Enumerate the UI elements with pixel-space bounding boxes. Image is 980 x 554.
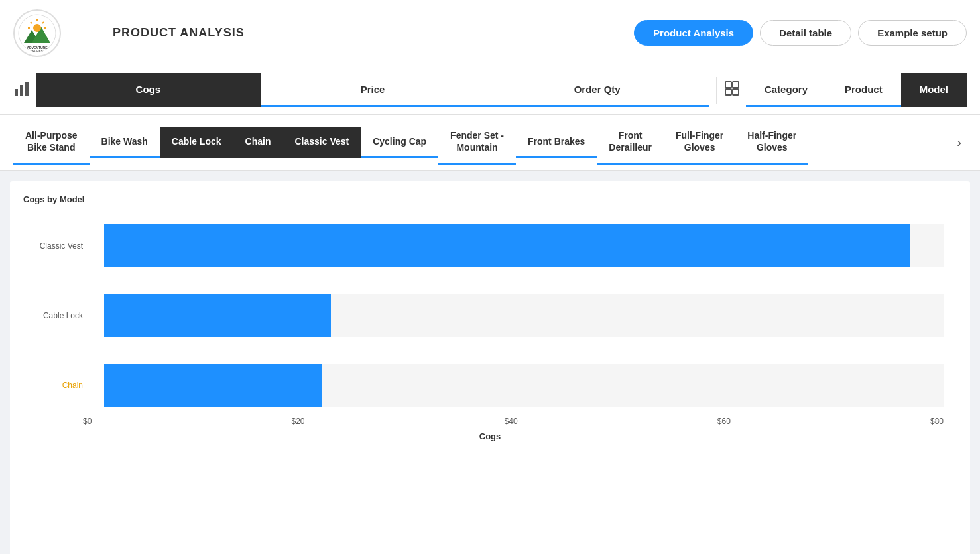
svg-rect-14 xyxy=(725,82,731,88)
slicer-tab-model[interactable]: Model xyxy=(901,73,967,107)
product-tab-front-brakes[interactable]: Front Brakes xyxy=(516,127,597,158)
product-tab-half-finger-gloves[interactable]: Half-FingerGloves xyxy=(735,120,808,165)
product-tab-front-derailleur[interactable]: FrontDerailleur xyxy=(597,120,664,165)
svg-line-7 xyxy=(31,22,32,23)
product-tab-bike-wash[interactable]: Bike Wash xyxy=(90,127,160,158)
bar-fill-cable-lock xyxy=(104,294,331,337)
x-label-1: $20 xyxy=(291,417,304,426)
logo-area: ADVENTURE WORKS xyxy=(13,9,99,57)
axis-tab-cogs[interactable]: Cogs xyxy=(36,73,261,107)
product-tab-cycling-cap[interactable]: Cycling Cap xyxy=(361,127,438,158)
bar-chart-icon xyxy=(13,80,31,101)
bar-container-chain[interactable] xyxy=(104,364,944,407)
svg-rect-13 xyxy=(25,82,29,96)
chart-bars-area: Classic Vest Cable Lock Chain xyxy=(23,224,957,407)
main-content: Cogs by Model Classic Vest Cable Lock xyxy=(10,181,970,554)
x-label-0: $0 xyxy=(83,417,92,426)
filter-bar: Cogs Price Order Qty Category Product Mo… xyxy=(0,66,980,115)
x-label-3: $60 xyxy=(717,417,731,426)
axis-tab-order-qty[interactable]: Order Qty xyxy=(485,73,709,107)
slicer-tab-product[interactable]: Product xyxy=(826,73,901,107)
bar-label-cable-lock: Cable Lock xyxy=(23,311,83,320)
product-tab-all-purpose-bike-stand[interactable]: All-PurposeBike Stand xyxy=(13,120,90,165)
app-title: PRODUCT ANALYSIS xyxy=(113,26,245,40)
nav-product-analysis-button[interactable]: Product Analysis xyxy=(634,20,753,46)
svg-rect-15 xyxy=(733,82,739,88)
bar-container-classic-vest[interactable] xyxy=(104,224,944,267)
slicer-icon xyxy=(723,80,741,101)
svg-rect-11 xyxy=(15,89,18,96)
x-axis: $0 $20 $40 $60 $80 xyxy=(23,417,957,426)
svg-line-5 xyxy=(42,22,44,23)
axis-tab-price[interactable]: Price xyxy=(261,73,485,107)
chart-title: Cogs by Model xyxy=(23,194,957,204)
product-filter-row: All-PurposeBike Stand Bike Wash Cable Lo… xyxy=(0,115,980,171)
bar-container-cable-lock[interactable] xyxy=(104,294,944,337)
bar-row-chain: Chain xyxy=(83,364,944,407)
logo: ADVENTURE WORKS xyxy=(13,9,61,57)
svg-rect-16 xyxy=(725,89,731,95)
nav-detail-table-button[interactable]: Detail table xyxy=(760,20,851,46)
slicer-tab-category[interactable]: Category xyxy=(746,73,826,107)
x-axis-title: Cogs xyxy=(23,431,957,441)
product-tab-cable-lock[interactable]: Cable Lock xyxy=(160,127,233,158)
bar-fill-chain xyxy=(104,364,322,407)
header-nav: Product Analysis Detail table Example se… xyxy=(634,20,967,46)
filter-divider xyxy=(716,77,717,104)
svg-rect-17 xyxy=(733,89,739,95)
product-tab-chain[interactable]: Chain xyxy=(233,127,283,158)
scroll-right-icon[interactable]: › xyxy=(951,129,967,155)
bar-fill-classic-vest xyxy=(104,224,910,267)
header: ADVENTURE WORKS PRODUCT ANALYSIS Product… xyxy=(0,0,980,66)
x-label-2: $40 xyxy=(505,417,518,426)
bar-row-classic-vest: Classic Vest xyxy=(83,224,944,267)
logo-icon: ADVENTURE WORKS xyxy=(17,13,57,53)
product-tab-full-finger-gloves[interactable]: Full-FingerGloves xyxy=(664,120,735,165)
product-tab-classic-vest[interactable]: Classic Vest xyxy=(282,127,361,158)
bar-row-cable-lock: Cable Lock xyxy=(83,294,944,337)
svg-text:WORKS: WORKS xyxy=(31,50,42,53)
bar-label-classic-vest: Classic Vest xyxy=(23,242,83,251)
nav-example-setup-button[interactable]: Example setup xyxy=(858,20,967,46)
bar-chart: Classic Vest Cable Lock Chain xyxy=(23,218,957,468)
x-label-4: $80 xyxy=(930,417,944,426)
bar-label-chain: Chain xyxy=(23,381,83,390)
svg-point-3 xyxy=(33,24,41,32)
svg-rect-12 xyxy=(20,85,23,96)
axis-filter-tabs: Cogs Price Order Qty xyxy=(36,73,709,107)
product-tab-fender-set-mountain[interactable]: Fender Set -Mountain xyxy=(438,120,516,165)
slicer-tabs: Category Product Model xyxy=(746,73,967,107)
